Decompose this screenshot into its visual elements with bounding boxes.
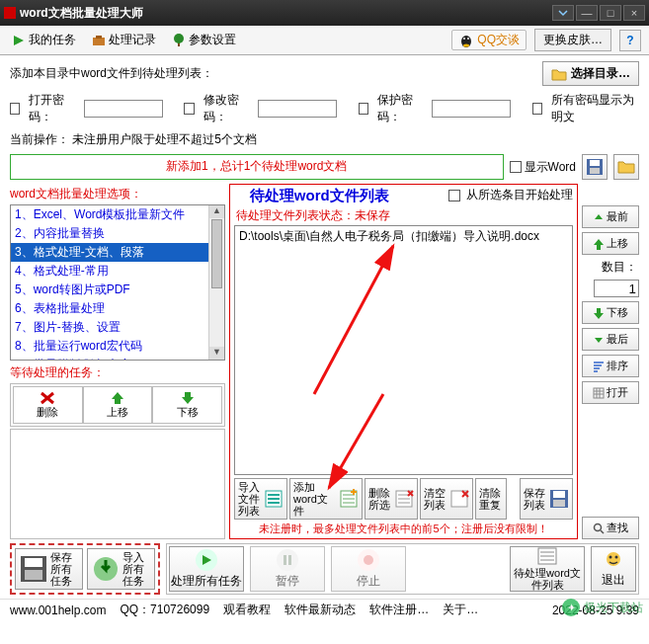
svg-rect-21 bbox=[594, 388, 604, 398]
qq-icon bbox=[458, 33, 474, 48]
pause-icon bbox=[281, 553, 294, 567]
protect-pwd-checkbox[interactable] bbox=[359, 103, 368, 115]
option-item[interactable]: 3、格式处理-文档、段落 bbox=[11, 243, 224, 262]
grid-icon bbox=[593, 387, 605, 399]
up-icon bbox=[593, 238, 605, 250]
show-word-label: 显示Word bbox=[525, 159, 576, 176]
control-buttons: 处理所有任务 暂停 停止 待处理word文件列表 退出 bbox=[166, 543, 639, 595]
briefcase-icon bbox=[92, 34, 106, 47]
footer-time: 2022-08-25 9:39 bbox=[552, 604, 639, 617]
save-all-tasks-button[interactable]: 保存所有任务 bbox=[15, 548, 83, 590]
tab-history[interactable]: 处理记录 bbox=[88, 30, 160, 50]
x-icon bbox=[40, 391, 55, 405]
minimize-button[interactable]: — bbox=[576, 5, 598, 21]
help-button[interactable]: ? bbox=[619, 30, 641, 51]
pause-button[interactable]: 暂停 bbox=[250, 546, 325, 592]
modify-pwd-checkbox[interactable] bbox=[184, 103, 194, 115]
save-list-button[interactable]: 保存列表 bbox=[520, 478, 573, 520]
import-all-tasks-button[interactable]: 导入所有任务 bbox=[87, 548, 155, 590]
scroll-down-icon[interactable]: ▼ bbox=[209, 347, 224, 360]
qq-chat-button[interactable]: QQ交谈 bbox=[451, 30, 527, 50]
wait-down-button[interactable]: 下移 bbox=[152, 386, 222, 424]
show-word-checkbox[interactable] bbox=[510, 161, 522, 173]
scroll-thumb[interactable] bbox=[211, 219, 222, 288]
option-item[interactable]: 9、批量脱版/随机文字 bbox=[11, 356, 224, 361]
svg-rect-1 bbox=[93, 38, 105, 45]
exit-button[interactable]: 退出 bbox=[591, 546, 636, 592]
search-icon bbox=[593, 523, 605, 534]
delete-selected-button[interactable]: 删除所选 bbox=[365, 478, 418, 520]
wait-up-button[interactable]: 上移 bbox=[83, 386, 153, 424]
option-item[interactable]: 2、内容批量替换 bbox=[11, 224, 224, 243]
add-word-button[interactable]: 添加word文件 bbox=[289, 478, 363, 520]
svg-rect-25 bbox=[25, 570, 42, 580]
modify-pwd-input[interactable] bbox=[258, 100, 337, 118]
dedup-button[interactable]: 清除重复 bbox=[475, 478, 507, 520]
footer-watch[interactable]: 观看教程 bbox=[223, 602, 271, 618]
choose-dir-button[interactable]: 选择目录… bbox=[542, 61, 639, 86]
run-all-button[interactable]: 处理所有任务 bbox=[169, 546, 244, 592]
svg-point-22 bbox=[595, 523, 602, 530]
footer-news[interactable]: 软件最新动态 bbox=[284, 602, 356, 618]
move-down-button[interactable]: 下移 bbox=[582, 301, 639, 324]
save-icon-button[interactable] bbox=[582, 154, 608, 180]
move-top-button[interactable]: 最前 bbox=[582, 205, 639, 228]
floppy-icon bbox=[586, 158, 604, 176]
open-button[interactable]: 打开 bbox=[582, 381, 639, 404]
titlebar-extra-button[interactable] bbox=[552, 5, 574, 21]
open-pwd-input[interactable] bbox=[84, 100, 163, 118]
option-item[interactable]: 6、表格批量处理 bbox=[11, 299, 224, 318]
list-import-icon bbox=[264, 489, 284, 509]
open-icon-button[interactable] bbox=[613, 154, 639, 180]
option-item[interactable]: 7、图片-替换、设置 bbox=[11, 318, 224, 337]
show-plain-checkbox[interactable] bbox=[532, 103, 542, 115]
from-start-checkbox[interactable] bbox=[448, 190, 460, 201]
sort-button[interactable]: 排序 bbox=[582, 355, 639, 377]
import-filelist-button[interactable]: 导入文件列表 bbox=[234, 478, 287, 520]
option-item[interactable]: 5、word转图片或PDF bbox=[11, 281, 224, 299]
footer-url[interactable]: www.001help.com bbox=[10, 604, 106, 617]
footer-register[interactable]: 软件注册… bbox=[369, 602, 429, 618]
open-pwd-checkbox[interactable] bbox=[10, 103, 20, 115]
tab-my-tasks[interactable]: 我的任务 bbox=[8, 30, 80, 50]
tab-settings[interactable]: 参数设置 bbox=[168, 30, 240, 50]
options-listbox[interactable]: 1、Excel、Word模板批量新文件2、内容批量替换3、格式处理-文档、段落4… bbox=[10, 204, 225, 361]
options-scrollbar[interactable]: ▲ ▼ bbox=[208, 205, 224, 360]
svg-point-8 bbox=[463, 43, 469, 46]
from-start-label: 从所选条目开始处理 bbox=[466, 188, 573, 201]
status-text: 新添加1，总计1个待处理word文档 bbox=[166, 159, 347, 173]
move-up-button[interactable]: 上移 bbox=[582, 232, 639, 255]
protect-pwd-input[interactable] bbox=[432, 100, 511, 118]
stop-button[interactable]: 停止 bbox=[331, 546, 406, 592]
move-bottom-button[interactable]: 最后 bbox=[582, 328, 639, 351]
option-item[interactable]: 4、格式处理-常用 bbox=[11, 262, 224, 281]
svg-point-6 bbox=[463, 38, 465, 40]
waiting-head: 等待处理的任务： bbox=[10, 361, 225, 383]
option-item[interactable]: 8、批量运行word宏代码 bbox=[11, 337, 224, 356]
add-dir-label: 添加本目录中word文件到待处理列表： bbox=[10, 65, 213, 82]
pending-list-button[interactable]: 待处理word文件列表 bbox=[510, 546, 585, 592]
option-item[interactable]: 1、Excel、Word模板批量新文件 bbox=[11, 205, 224, 224]
close-button[interactable]: × bbox=[623, 5, 645, 21]
list-icon bbox=[537, 547, 557, 565]
file-item[interactable]: D:\tools\桌面\自然人电子税务局（扣缴端）导入说明.docx bbox=[239, 228, 568, 245]
svg-line-12 bbox=[314, 246, 393, 394]
current-op-label: 当前操作： bbox=[10, 132, 69, 146]
open-pwd-label: 打开密码： bbox=[29, 92, 77, 125]
svg-rect-28 bbox=[284, 555, 286, 565]
skin-button[interactable]: 更换皮肤… bbox=[534, 29, 611, 51]
file-listbox[interactable]: D:\tools\桌面\自然人电子税务局（扣缴端）导入说明.docx bbox=[234, 225, 573, 475]
bottom-row: 保存所有任务 导入所有任务 处理所有任务 暂停 停止 待处理word文件列表 退… bbox=[0, 539, 649, 599]
maximize-button[interactable]: □ bbox=[600, 5, 621, 21]
waiting-list[interactable] bbox=[10, 429, 225, 539]
footer-about[interactable]: 关于… bbox=[443, 602, 478, 618]
wait-delete-button[interactable]: 删除 bbox=[13, 386, 83, 424]
scroll-up-icon[interactable]: ▲ bbox=[209, 205, 224, 218]
floppy-icon bbox=[20, 555, 47, 583]
find-button[interactable]: 查找 bbox=[582, 517, 639, 539]
play-icon bbox=[200, 553, 213, 567]
titlebar: word文档批量处理大师 — □ × bbox=[0, 0, 649, 26]
clear-list-button[interactable]: 清空列表 bbox=[420, 478, 473, 520]
count-input[interactable] bbox=[594, 280, 639, 297]
down-arrow-icon bbox=[181, 391, 195, 405]
